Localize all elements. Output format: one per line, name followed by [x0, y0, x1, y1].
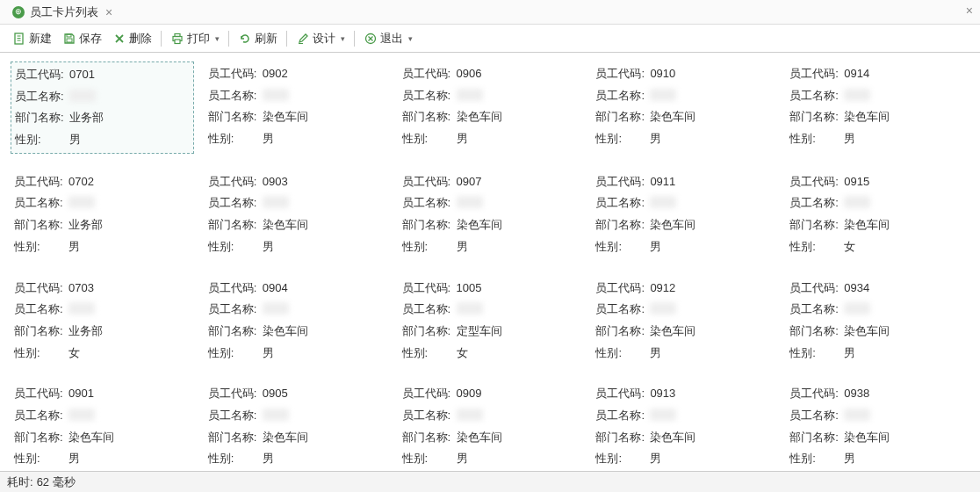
employee-card[interactable]: 员工代码:0905员工名称:部门名称:染色车间性别:男 [205, 381, 388, 471]
field-value-dept: 染色车间 [263, 427, 308, 449]
card-row-dept: 部门名称:染色车间 [402, 106, 579, 128]
field-label-code: 员工代码: [789, 278, 844, 300]
print-icon [170, 32, 184, 45]
refresh-button[interactable]: 刷新 [233, 28, 283, 49]
card-row-name: 员工名称: [789, 192, 966, 214]
design-button[interactable]: 设计 ▾ [291, 28, 350, 49]
field-value-dept: 染色车间 [263, 321, 308, 343]
card-row-name: 员工名称: [14, 405, 191, 427]
new-button[interactable]: 新建 [7, 28, 57, 49]
card-row-code: 员工代码:1005 [402, 278, 579, 300]
card-row-code: 员工代码:0938 [789, 383, 966, 405]
field-value-code: 0914 [844, 63, 869, 85]
svg-rect-4 [67, 34, 71, 37]
card-row-dept: 部门名称:染色车间 [789, 106, 966, 128]
field-label-code: 员工代码: [789, 171, 844, 193]
field-value-dept: 染色车间 [650, 427, 695, 449]
delete-button[interactable]: 删除 [107, 28, 157, 49]
card-row-code: 员工代码:0914 [789, 63, 966, 85]
employee-card[interactable]: 员工代码:0914员工名称:部门名称:染色车间性别:男 [786, 62, 969, 154]
card-row-gender: 性别:男 [595, 448, 772, 470]
employee-card[interactable]: 员工代码:0910员工名称:部门名称:染色车间性别:男 [592, 62, 775, 154]
card-row-gender: 性别:男 [208, 448, 385, 470]
tab-close-icon[interactable]: × [105, 6, 112, 18]
field-value-dept: 染色车间 [650, 321, 695, 343]
svg-rect-5 [67, 39, 72, 42]
field-value-name [68, 302, 95, 315]
field-value-code: 0915 [844, 171, 869, 193]
employee-card[interactable]: 员工代码:0911员工名称:部门名称:染色车间性别:男 [592, 170, 775, 260]
card-row-code: 员工代码:0906 [402, 63, 579, 85]
field-label-dept: 部门名称: [402, 214, 457, 236]
card-row-dept: 部门名称:染色车间 [208, 214, 385, 236]
exit-button[interactable]: 退出 ▾ [358, 28, 418, 49]
print-button[interactable]: 打印 ▾ [165, 28, 225, 49]
field-value-dept: 染色车间 [844, 321, 890, 343]
chevron-down-icon: ▾ [408, 34, 413, 43]
chevron-down-icon: ▾ [215, 34, 220, 43]
card-row-name: 员工名称: [402, 85, 579, 107]
card-row-dept: 部门名称:染色车间 [595, 321, 772, 343]
field-value-gender: 男 [650, 343, 661, 365]
employee-card[interactable]: 员工代码:0913员工名称:部门名称:染色车间性别:男 [592, 381, 775, 471]
card-row-name: 员工名称: [208, 192, 385, 214]
field-label-code: 员工代码: [208, 278, 263, 300]
card-row-gender: 性别:男 [15, 129, 190, 151]
card-row-code: 员工代码:0910 [595, 63, 772, 85]
employee-card[interactable]: 员工代码:0903员工名称:部门名称:染色车间性别:男 [205, 170, 388, 260]
field-value-name [650, 302, 676, 315]
field-value-code: 0912 [650, 278, 675, 300]
employee-card[interactable]: 员工代码:0904员工名称:部门名称:染色车间性别:男 [205, 276, 388, 366]
employee-card[interactable]: 员工代码:0702员工名称:部门名称:业务部性别:男 [11, 170, 194, 260]
employee-card[interactable]: 员工代码:1005员工名称:部门名称:定型车间性别:女 [399, 276, 582, 366]
field-label-gender: 性别: [789, 343, 844, 365]
card-row-gender: 性别:女 [789, 236, 966, 258]
employee-card[interactable]: 员工代码:0906员工名称:部门名称:染色车间性别:男 [399, 62, 582, 154]
field-value-dept: 染色车间 [263, 106, 308, 128]
field-value-name [844, 89, 870, 101]
field-label-dept: 部门名称: [208, 321, 263, 343]
employee-card[interactable]: 员工代码:0907员工名称:部门名称:染色车间性别:男 [399, 170, 582, 260]
field-label-gender: 性别: [14, 343, 68, 365]
field-label-code: 员工代码: [595, 63, 650, 85]
field-value-dept: 染色车间 [650, 106, 695, 128]
card-row-name: 员工名称: [595, 85, 772, 107]
card-row-dept: 部门名称:染色车间 [595, 106, 772, 128]
employee-card[interactable]: 员工代码:0915员工名称:部门名称:染色车间性别:女 [786, 170, 969, 260]
employee-card[interactable]: 员工代码:0912员工名称:部门名称:染色车间性别:男 [592, 276, 775, 366]
field-label-code: 员工代码: [595, 278, 650, 300]
card-row-name: 员工名称: [402, 405, 579, 427]
card-row-gender: 性别:男 [14, 448, 191, 470]
employee-card[interactable]: 员工代码:0703员工名称:部门名称:业务部性别:女 [11, 276, 194, 366]
window-close-icon[interactable]: × [966, 4, 973, 18]
field-label-name: 员工名称: [789, 405, 844, 427]
field-label-code: 员工代码: [789, 63, 844, 85]
field-label-code: 员工代码: [208, 171, 263, 193]
employee-card[interactable]: 员工代码:0934员工名称:部门名称:染色车间性别:男 [786, 276, 969, 366]
field-label-code: 员工代码: [402, 278, 457, 300]
field-label-dept: 部门名称: [14, 427, 68, 449]
field-label-code: 员工代码: [595, 383, 650, 405]
card-row-name: 员工名称: [208, 299, 385, 321]
field-label-gender: 性别: [789, 448, 844, 470]
card-row-dept: 部门名称:染色车间 [208, 106, 385, 128]
save-button[interactable]: 保存 [57, 28, 107, 49]
field-value-dept: 染色车间 [844, 427, 890, 449]
employee-card[interactable]: 员工代码:0909员工名称:部门名称:染色车间性别:男 [399, 381, 582, 471]
employee-card[interactable]: 员工代码:0901员工名称:部门名称:染色车间性别:男 [11, 381, 194, 471]
employee-card[interactable]: 员工代码:0902员工名称:部门名称:染色车间性别:男 [205, 62, 388, 154]
card-row-name: 员工名称: [595, 192, 772, 214]
employee-card[interactable]: 员工代码:0701员工名称:部门名称:业务部性别:男 [11, 62, 194, 154]
field-value-name [68, 196, 95, 208]
card-row-gender: 性别:男 [402, 448, 579, 470]
field-label-dept: 部门名称: [208, 106, 263, 128]
field-value-code: 0905 [263, 383, 288, 405]
employee-card[interactable]: 员工代码:0938员工名称:部门名称:染色车间性别:男 [786, 381, 969, 471]
field-label-name: 员工名称: [15, 86, 69, 108]
tab-employee-card-list[interactable]: ⊕ 员工卡片列表 × [5, 1, 119, 24]
card-row-gender: 性别:男 [789, 128, 966, 150]
field-value-name [263, 302, 289, 315]
field-label-name: 员工名称: [789, 299, 844, 321]
card-row-code: 员工代码:0913 [595, 383, 772, 405]
field-label-dept: 部门名称: [789, 214, 844, 236]
